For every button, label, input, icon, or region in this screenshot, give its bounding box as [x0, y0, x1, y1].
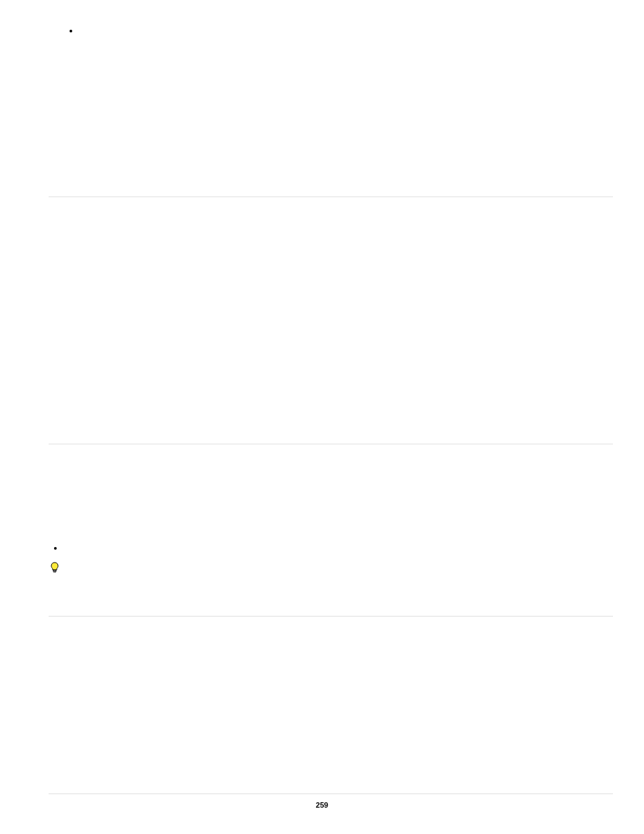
section-divider	[49, 616, 613, 617]
section-divider	[49, 444, 613, 444]
section-divider	[49, 197, 613, 197]
bullet-dot	[54, 547, 57, 550]
svg-rect-0	[53, 570, 56, 571]
page-number: 259	[316, 801, 328, 809]
lightbulb-icon	[50, 562, 59, 574]
section-divider	[49, 793, 613, 794]
bullet-dot	[70, 30, 72, 32]
